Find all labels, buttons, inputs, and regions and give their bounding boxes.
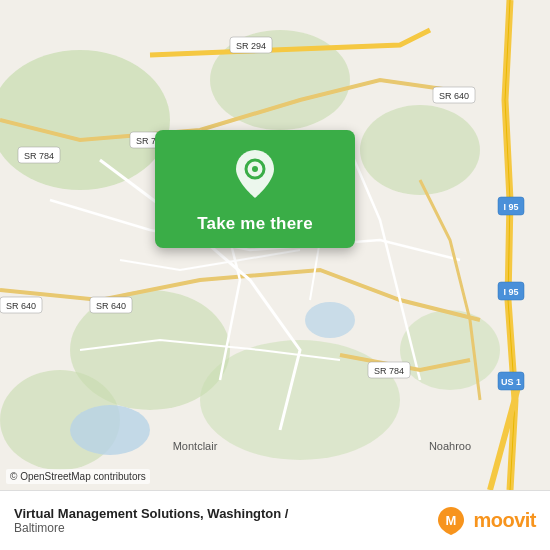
- info-bar: Virtual Management Solutions, Washington…: [0, 490, 550, 550]
- svg-text:M: M: [446, 513, 457, 528]
- svg-text:Montclair: Montclair: [173, 440, 218, 452]
- svg-point-8: [70, 405, 150, 455]
- moovit-logo: M moovit: [435, 505, 536, 537]
- cta-label: Take me there: [197, 214, 313, 234]
- svg-text:Noahroo: Noahroo: [429, 440, 471, 452]
- svg-text:SR 784: SR 784: [374, 366, 404, 376]
- map-container: SR 294 SR 784 SR 784 SR 640 I 95 I 95 SR…: [0, 0, 550, 490]
- svg-text:I 95: I 95: [503, 287, 518, 297]
- map-attribution: © OpenStreetMap contributors: [6, 469, 150, 484]
- svg-text:SR 640: SR 640: [439, 91, 469, 101]
- moovit-text: moovit: [473, 509, 536, 532]
- svg-point-33: [252, 166, 258, 172]
- svg-point-7: [400, 310, 500, 390]
- company-name: Virtual Management Solutions, Washington…: [14, 506, 288, 521]
- location-text: Baltimore: [14, 521, 288, 535]
- cta-button[interactable]: Take me there: [155, 130, 355, 248]
- location-pin-icon: [233, 148, 277, 204]
- svg-text:SR 294: SR 294: [236, 41, 266, 51]
- attribution-text: © OpenStreetMap contributors: [10, 471, 146, 482]
- moovit-icon: M: [435, 505, 467, 537]
- svg-text:I 95: I 95: [503, 202, 518, 212]
- svg-point-5: [200, 340, 400, 460]
- svg-point-9: [305, 302, 355, 338]
- svg-text:SR 640: SR 640: [6, 301, 36, 311]
- svg-text:SR 784: SR 784: [24, 151, 54, 161]
- company-info: Virtual Management Solutions, Washington…: [14, 506, 288, 535]
- svg-text:SR 640: SR 640: [96, 301, 126, 311]
- svg-text:US 1: US 1: [501, 377, 521, 387]
